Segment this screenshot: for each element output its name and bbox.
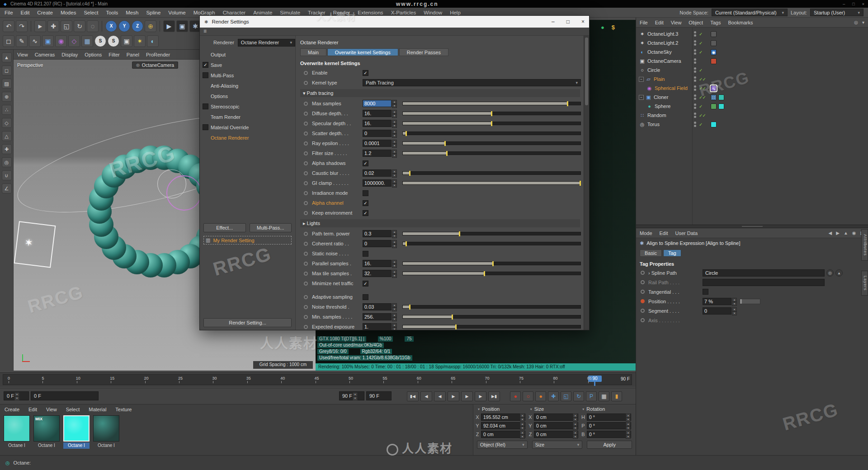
attr-value-position[interactable]: 7 % — [703, 298, 731, 305]
tag-icon[interactable] — [711, 122, 717, 127]
checkbox-alpha-channel[interactable]: ✓ — [363, 200, 368, 206]
renderer-dropdown[interactable]: Octane Renderer▾ — [238, 39, 295, 47]
anim-dot-icon[interactable] — [304, 211, 308, 215]
tag-icon[interactable] — [711, 31, 717, 37]
quantize-icon[interactable]: ∠ — [2, 183, 12, 193]
record-parameter-toggle[interactable]: P — [586, 391, 597, 401]
slider-max-tile-samples[interactable] — [402, 272, 581, 275]
anim-dot-icon[interactable] — [304, 315, 308, 319]
enable-check[interactable]: ✓ — [699, 104, 709, 109]
value-filter-size[interactable]: 1.2 — [363, 150, 392, 157]
om-menu-file[interactable]: File — [640, 20, 648, 25]
om-menu-tags[interactable]: Tags — [710, 20, 721, 25]
dialog-titlebar[interactable]: ✱ Render Settings – □ × — [200, 16, 589, 28]
coord-field[interactable]: 0 °▴▾ — [587, 431, 631, 438]
tag-icon[interactable] — [711, 40, 717, 46]
om-menu-view[interactable]: View — [671, 20, 682, 25]
checkbox-alpha-shadows[interactable]: ✓ — [363, 160, 368, 166]
z-axis-lock-icon[interactable]: Z — [132, 20, 143, 32]
menu-mograph[interactable]: MoGraph — [193, 10, 215, 15]
material-thumbnail[interactable] — [4, 415, 30, 442]
category-checkbox[interactable] — [203, 72, 208, 78]
value-max-samples[interactable]: 8000 — [363, 100, 392, 107]
visibility-dots[interactable] — [694, 31, 696, 37]
live-selection-icon[interactable]: ► — [34, 20, 46, 32]
add-cube-icon[interactable]: ◻ — [3, 35, 14, 47]
edges-mode-icon[interactable]: ◇ — [2, 118, 12, 128]
field-icon[interactable]: ◉ — [55, 35, 67, 47]
enable-check[interactable]: ✓ — [699, 122, 709, 127]
render-settings-category-options[interactable]: Options — [200, 91, 295, 101]
coord-field[interactable]: 0 cm▴▾ — [534, 431, 578, 438]
anim-dot-icon[interactable] — [304, 132, 308, 136]
deformer-icon[interactable]: ◇ — [68, 35, 80, 47]
effect-button[interactable]: Effect... — [203, 223, 246, 232]
anim-dot-icon[interactable] — [304, 242, 308, 246]
texture-mode-icon[interactable]: ▨ — [2, 79, 12, 89]
render-settings-category-multi-pass[interactable]: Multi-Pass — [200, 70, 295, 80]
visibility-dots[interactable] — [694, 58, 696, 64]
render-settings-category-output[interactable]: Output — [200, 49, 295, 60]
object-row-random[interactable]: ∷Random✓✓ — [636, 111, 868, 120]
spinner[interactable]: ▴▾ — [392, 230, 397, 237]
am-tab-tag[interactable]: Tag — [663, 249, 681, 257]
next-frame-button[interactable]: ▶ — [461, 391, 473, 401]
spinner[interactable]: ▴▾ — [392, 100, 397, 107]
tab-overwrite-kernel-settings[interactable]: Overwrite kernel Settings — [327, 48, 398, 56]
scale-tool-icon[interactable]: ◱ — [61, 20, 72, 32]
checkbox-keep-environment[interactable]: ✓ — [363, 210, 368, 216]
tab-main[interactable]: Main — [300, 48, 326, 56]
object-row-circle[interactable]: ○Circle✓ — [636, 66, 868, 75]
menu-modes[interactable]: Modes — [61, 10, 76, 15]
coordinate-system-icon[interactable]: ⊕ — [145, 20, 156, 32]
coord-field[interactable]: 195.552 cm▴▾ — [481, 414, 525, 421]
spinner[interactable]: ▴▾ — [392, 140, 397, 147]
coord-field[interactable]: 0 cm▴▾ — [534, 414, 578, 421]
value-caustic-blur[interactable]: 0.02 — [363, 169, 392, 177]
coord-field[interactable]: 0 cm▴▾ — [481, 431, 525, 438]
tag-icon[interactable]: ∿ — [711, 85, 717, 91]
visibility-dots[interactable] — [694, 122, 696, 127]
render-view-icon[interactable]: ▶ — [163, 20, 175, 32]
checkbox-irradiance-mode[interactable] — [363, 190, 368, 196]
value-expected-exposure[interactable]: 1. — [363, 323, 392, 330]
octane-credits-button[interactable]: $ — [612, 24, 615, 31]
scrollbar-thumb[interactable] — [585, 38, 588, 105]
anim-dot-icon[interactable] — [641, 280, 645, 284]
anim-dot-icon[interactable] — [304, 141, 308, 146]
anim-dot-icon[interactable] — [304, 161, 308, 165]
value-ray-epsilon[interactable]: 0.0001 — [363, 140, 392, 147]
value-path-term-power[interactable]: 0.3 — [363, 230, 392, 237]
anim-dot-icon[interactable] — [304, 232, 308, 236]
material-item[interactable]: Octane I — [93, 415, 119, 449]
spinner[interactable]: ▴▾ — [392, 323, 397, 330]
coord-field[interactable]: 92.034 cm▴▾ — [481, 422, 525, 429]
material-menu-select[interactable]: Select — [66, 407, 80, 412]
enable-check[interactable]: ✓✓ — [699, 86, 709, 91]
material-menu-create[interactable]: Create — [5, 407, 19, 412]
scene-light-icon[interactable]: ✶ — [134, 35, 146, 47]
visibility-dots[interactable] — [694, 40, 696, 46]
render-settings-category-stereoscopic[interactable]: Stereoscopic — [200, 101, 295, 112]
menu-spline[interactable]: Spline — [146, 10, 160, 15]
spinner[interactable]: ▴▾ — [392, 313, 397, 320]
visibility-dots[interactable] — [694, 85, 696, 91]
side-tab-attributes[interactable]: Attributes — [861, 229, 868, 261]
tag-icon[interactable]: ◉ — [711, 49, 717, 55]
coord-size-mode-dropdown[interactable]: Size▾ — [532, 441, 583, 449]
tag-icon[interactable] — [711, 58, 717, 64]
anim-dot-icon[interactable] — [304, 81, 308, 85]
volume-icon[interactable]: ▦ — [81, 35, 93, 47]
render-settings-category-octane-renderer[interactable]: Octane Renderer — [200, 132, 295, 143]
visibility-dots[interactable] — [694, 113, 696, 118]
tag-icon[interactable] — [711, 103, 717, 109]
slider-diffuse-depth[interactable] — [402, 112, 581, 115]
anim-dot-icon[interactable] — [641, 290, 645, 294]
points-mode-icon[interactable]: ∴ — [2, 105, 12, 115]
menu-extensions[interactable]: Extensions — [358, 10, 383, 15]
slider-caustic-blur[interactable] — [402, 171, 581, 175]
spinner[interactable]: ▴▾ — [392, 240, 397, 247]
spinner[interactable]: ▴▾ — [732, 298, 737, 305]
anim-dot-icon[interactable] — [304, 252, 308, 256]
x-axis-lock-icon[interactable]: X — [105, 20, 117, 32]
